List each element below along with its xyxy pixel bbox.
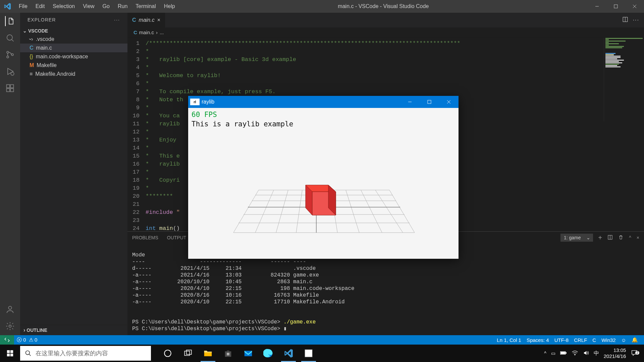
account-icon[interactable]	[5, 304, 15, 314]
taskbar-mail-icon[interactable]	[238, 345, 258, 362]
tray-clock[interactable]: 13:05 2021/4/16	[604, 347, 626, 359]
svg-rect-33	[305, 350, 312, 357]
run-debug-icon[interactable]	[5, 66, 15, 76]
svg-rect-11	[7, 85, 10, 88]
remote-button[interactable]	[0, 335, 14, 345]
status-cursor[interactable]: Ln 1, Col 1	[494, 337, 524, 343]
status-errors[interactable]: ⓧ 0 ⚠ 0	[14, 337, 40, 343]
svg-rect-24	[10, 354, 13, 356]
taskbar-vscode-icon[interactable]	[278, 345, 299, 362]
raylib-canvas: 60 FPS This is a raylib example	[188, 108, 459, 259]
file-item-makefile[interactable]: M Makefile	[20, 61, 127, 70]
taskbar-edge-icon[interactable]	[258, 345, 278, 362]
tray-battery-icon[interactable]	[560, 351, 567, 356]
svg-rect-21	[7, 350, 10, 353]
menu-run[interactable]: Run	[114, 1, 131, 12]
close-panel-icon[interactable]: ×	[637, 235, 639, 240]
window-close-button[interactable]	[625, 0, 644, 13]
file-item-vscode-folder[interactable]: › .vscode	[20, 35, 127, 44]
window-title: main.c - VSCode - Visual Studio Code	[179, 3, 588, 9]
svg-rect-1	[614, 5, 618, 8]
svg-rect-23	[7, 354, 10, 356]
raylib-maximize-button[interactable]	[420, 96, 439, 108]
file-item-makefile-android[interactable]: ≡ Makefile.Android	[20, 70, 127, 78]
source-control-icon[interactable]	[5, 50, 15, 60]
tray-volume-icon[interactable]	[583, 350, 589, 357]
menu-terminal[interactable]: Terminal	[131, 1, 160, 12]
taskbar-search[interactable]: 在这里输入你要搜索的内容	[20, 346, 151, 361]
raylib-window[interactable]: rl raylib 60 FPS This is a raylib exampl…	[188, 96, 459, 259]
taskbar-raylib-app-icon[interactable]	[299, 345, 319, 362]
status-feedback-icon[interactable]: ☺	[619, 337, 629, 343]
status-bell-icon[interactable]: 🔔	[629, 337, 641, 343]
file-label: Makefile	[37, 62, 57, 68]
status-eol[interactable]: CRLF	[571, 337, 590, 343]
menu-help[interactable]: Help	[160, 1, 179, 12]
kill-terminal-icon[interactable]	[618, 235, 624, 241]
svg-line-56	[361, 190, 382, 233]
panel-tab-problems[interactable]: PROBLEMS	[132, 235, 158, 240]
tab-close-icon[interactable]: ×	[157, 17, 160, 23]
taskbar-store-icon[interactable]	[218, 345, 238, 362]
status-language[interactable]: C	[590, 337, 599, 343]
chevron-right-icon: ›	[30, 36, 33, 42]
tray-expand-icon[interactable]: ^	[544, 351, 546, 356]
settings-gear-icon[interactable]	[5, 321, 15, 331]
menu-go[interactable]: Go	[99, 1, 114, 12]
breadcrumb-tail: ...	[160, 29, 164, 35]
outline-section[interactable]: › OUTLINE	[20, 325, 127, 335]
vscode-logo-icon	[0, 3, 15, 10]
explorer-sidebar: EXPLORER ··· ⌄ VSCODE › .vscode C main.c…	[20, 13, 127, 335]
search-icon[interactable]	[5, 33, 15, 43]
sidebar-more-icon[interactable]: ···	[114, 17, 120, 22]
status-encoding[interactable]: UTF-8	[552, 337, 572, 343]
maximize-panel-icon[interactable]: ^	[629, 235, 631, 240]
taskbar-explorer-icon[interactable]	[198, 345, 218, 362]
taskbar-cortana-icon[interactable]	[158, 345, 178, 362]
split-editor-icon[interactable]	[622, 16, 628, 24]
raylib-titlebar[interactable]: rl raylib	[188, 96, 459, 108]
file-item-workspace[interactable]: {} main.code-workspace	[20, 52, 127, 61]
svg-rect-35	[566, 352, 566, 353]
raylib-close-button[interactable]	[439, 96, 459, 108]
tray-ime[interactable]: 中	[594, 350, 599, 357]
file-item-main-c[interactable]: C main.c	[20, 44, 127, 52]
svg-line-57	[375, 190, 403, 233]
status-target[interactable]: Win32	[599, 337, 619, 343]
svg-point-25	[26, 351, 30, 355]
raylib-minimize-button[interactable]	[400, 96, 420, 108]
menu-view[interactable]: View	[79, 1, 98, 12]
terminal-selector[interactable]: 1: game ⌄	[560, 234, 593, 242]
panel-tab-output[interactable]: OUTPUT	[167, 235, 186, 240]
menu-file[interactable]: File	[15, 1, 32, 12]
folder-section-header[interactable]: ⌄ VSCODE	[20, 27, 127, 35]
editor-tabs: C main.c × ···	[127, 13, 644, 27]
svg-point-8	[11, 54, 13, 56]
status-spaces[interactable]: Spaces: 4	[524, 337, 552, 343]
tray-wifi-icon[interactable]	[572, 350, 578, 357]
svg-rect-13	[7, 88, 10, 92]
tab-main-c[interactable]: C main.c ×	[127, 13, 165, 27]
window-maximize-button[interactable]	[606, 0, 625, 13]
svg-line-55	[346, 190, 359, 233]
new-terminal-icon[interactable]: +	[598, 234, 602, 242]
file-label: main.code-workspace	[36, 54, 88, 60]
svg-rect-22	[10, 350, 13, 353]
start-button[interactable]	[0, 345, 20, 362]
svg-point-16	[9, 325, 11, 327]
window-minimize-button[interactable]	[588, 0, 606, 13]
extensions-icon[interactable]	[5, 83, 15, 93]
explorer-icon[interactable]	[5, 16, 15, 26]
split-terminal-icon[interactable]	[607, 235, 613, 241]
svg-rect-14	[10, 88, 13, 92]
tray-people-icon[interactable]: ▭	[551, 351, 555, 356]
svg-point-15	[8, 306, 11, 309]
menu-edit[interactable]: Edit	[32, 1, 49, 12]
tray-notifications-icon[interactable]: 2	[631, 349, 642, 358]
editor-more-icon[interactable]: ···	[633, 17, 639, 23]
svg-rect-31	[245, 351, 252, 356]
menu-selection[interactable]: Selection	[49, 1, 79, 12]
taskbar-taskview-icon[interactable]	[178, 345, 198, 362]
minimap[interactable]	[604, 38, 644, 121]
breadcrumb[interactable]: C main.c › ...	[127, 27, 644, 38]
